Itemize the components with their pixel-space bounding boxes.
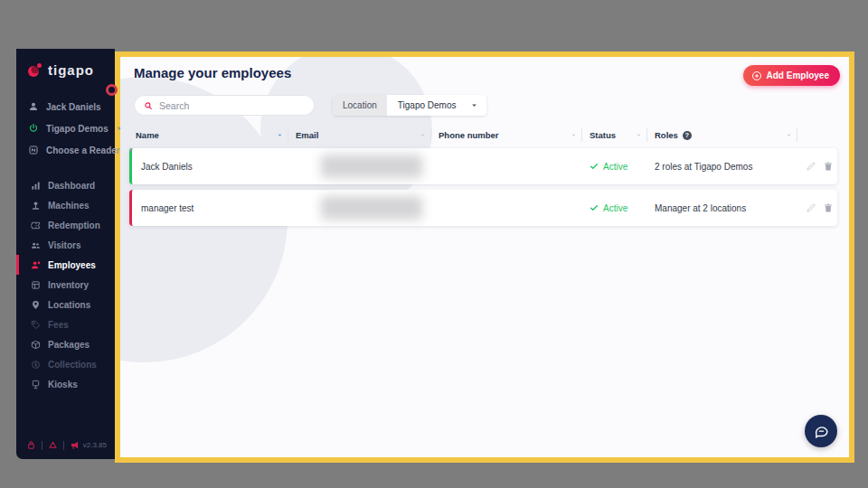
sidebar-item-dashboard[interactable]: Dashboard bbox=[16, 175, 115, 195]
sidebar-item-label: Visitors bbox=[48, 240, 81, 250]
sort-caret-icon bbox=[786, 132, 792, 138]
sidebar-item-fees: Fees bbox=[16, 314, 115, 334]
annotation-ring bbox=[106, 84, 118, 96]
sidebar-item-visitors[interactable]: Visitors bbox=[16, 235, 115, 255]
sidebar-item-label: Fees bbox=[48, 320, 69, 330]
status-badge: Active bbox=[603, 203, 627, 213]
edit-icon[interactable] bbox=[806, 202, 816, 213]
page-header: Manage your employees Add Employee bbox=[120, 57, 849, 86]
redacted-email bbox=[321, 155, 422, 178]
table-row-jack-daniels[interactable]: Jack DanielsActive2 roles at Tigapo Demo… bbox=[129, 148, 837, 184]
app-version: v2.3.85 bbox=[83, 441, 107, 449]
cell-email bbox=[288, 196, 431, 220]
sidebar-item-label: Redemption bbox=[48, 221, 100, 230]
sidebar-item-label: Inventory bbox=[48, 280, 89, 290]
user-avatar-icon bbox=[28, 101, 39, 112]
cell-status: Active bbox=[582, 203, 647, 213]
cell-name: manager test bbox=[132, 203, 288, 213]
sidebar-item-packages[interactable]: Packages bbox=[16, 334, 115, 354]
redemption-icon bbox=[31, 221, 41, 230]
divider bbox=[63, 441, 64, 450]
sidebar-item-employees[interactable]: Employees bbox=[16, 255, 115, 275]
megaphone-icon[interactable] bbox=[70, 440, 80, 450]
content-window: Manage your employees Add Employee Locat… bbox=[115, 52, 854, 463]
add-employee-button[interactable]: Add Employee bbox=[743, 65, 840, 86]
sidebar: tigapo Jack DanielsTigapo DemosChoose a … bbox=[16, 49, 115, 459]
column-header-roles[interactable]: Roles? bbox=[647, 128, 797, 142]
sidebar-item-label: Locations bbox=[48, 300, 90, 310]
lock-icon[interactable] bbox=[26, 440, 36, 450]
account-item-label: Choose a Reader bbox=[46, 145, 120, 155]
column-header-label: Status bbox=[590, 130, 616, 140]
sidebar-account-jack-daniels[interactable]: Jack Daniels bbox=[16, 96, 115, 117]
sidebar-item-kiosks[interactable]: Kiosks bbox=[16, 374, 115, 394]
sidebar-account-choose-a-reader[interactable]: Choose a Reader bbox=[16, 139, 115, 161]
visitors-icon bbox=[31, 240, 41, 250]
cell-actions bbox=[797, 202, 837, 213]
trash-icon[interactable] bbox=[823, 161, 834, 172]
check-icon bbox=[590, 162, 599, 171]
sort-caret-icon bbox=[636, 132, 642, 138]
help-icon[interactable]: ? bbox=[683, 131, 692, 140]
chat-fab[interactable] bbox=[805, 415, 837, 447]
edit-icon[interactable] bbox=[806, 161, 816, 172]
sidebar-account-tigapo-demos[interactable]: Tigapo Demos bbox=[16, 117, 115, 139]
sidebar-item-machines[interactable]: Machines bbox=[16, 195, 115, 215]
table-header-row: NameEmailPhone numberStatusRoles? bbox=[129, 124, 837, 146]
trash-icon[interactable] bbox=[823, 202, 834, 213]
sidebar-item-label: Kiosks bbox=[48, 380, 78, 389]
sort-caret-icon bbox=[571, 132, 577, 138]
status-badge: Active bbox=[603, 162, 627, 172]
collections-icon bbox=[31, 360, 41, 370]
column-header-email[interactable]: Email bbox=[288, 128, 431, 142]
column-header-label: Phone number bbox=[439, 130, 499, 140]
sidebar-item-label: Machines bbox=[48, 201, 90, 211]
nfc-reader-icon bbox=[28, 145, 39, 155]
search-input[interactable] bbox=[159, 100, 305, 111]
chevron-right-icon bbox=[127, 146, 135, 154]
machines-icon bbox=[31, 201, 41, 211]
sidebar-account-section: Jack DanielsTigapo DemosChoose a Reader bbox=[16, 96, 115, 161]
location-filter-value: Tigapo Demos bbox=[387, 100, 464, 110]
kiosks-icon bbox=[31, 380, 41, 389]
add-employee-label: Add Employee bbox=[767, 70, 829, 80]
dashboard-icon bbox=[31, 181, 41, 191]
column-header-phone[interactable]: Phone number bbox=[431, 128, 582, 142]
sidebar-menu: DashboardMachinesRedemptionVisitorsEmplo… bbox=[16, 175, 115, 394]
location-filter-label: Location bbox=[333, 95, 387, 116]
cell-name: Jack Daniels bbox=[132, 162, 288, 172]
sidebar-item-label: Packages bbox=[48, 340, 90, 350]
employees-icon bbox=[31, 260, 41, 270]
column-header-label: Roles bbox=[655, 130, 678, 140]
app-logo[interactable]: tigapo bbox=[16, 49, 115, 96]
toolbar: Location Tigapo Demos bbox=[134, 95, 849, 116]
check-icon bbox=[590, 203, 599, 212]
locations-icon bbox=[31, 300, 41, 310]
redacted-email bbox=[321, 196, 422, 220]
divider bbox=[42, 441, 42, 450]
tigapo-logo-icon bbox=[28, 63, 42, 77]
sidebar-footer-icons bbox=[26, 440, 80, 450]
recycle-icon[interactable] bbox=[48, 440, 58, 450]
search-box[interactable] bbox=[134, 95, 315, 116]
column-header-status[interactable]: Status bbox=[582, 128, 647, 142]
sidebar-item-collections: Collections bbox=[16, 354, 115, 374]
table-body: Jack DanielsActive2 roles at Tigapo Demo… bbox=[129, 148, 837, 226]
search-icon bbox=[144, 101, 153, 110]
table-row-manager-test[interactable]: manager testActiveManager at 2 locations bbox=[129, 190, 837, 226]
account-item-label: Jack Daniels bbox=[46, 102, 101, 112]
inventory-icon bbox=[31, 280, 41, 290]
sidebar-item-locations[interactable]: Locations bbox=[16, 295, 115, 314]
sort-caret-icon bbox=[277, 132, 283, 138]
power-icon bbox=[28, 123, 39, 134]
sidebar-item-label: Employees bbox=[48, 260, 96, 270]
chat-bubble-icon bbox=[814, 424, 829, 439]
sidebar-item-redemption[interactable]: Redemption bbox=[16, 215, 115, 235]
column-header-actions bbox=[797, 128, 837, 142]
sidebar-item-inventory[interactable]: Inventory bbox=[16, 275, 115, 295]
column-header-label: Name bbox=[136, 130, 159, 140]
column-header-name[interactable]: Name bbox=[129, 128, 288, 142]
logo-text: tigapo bbox=[48, 62, 94, 78]
location-filter[interactable]: Location Tigapo Demos bbox=[333, 95, 486, 116]
column-header-label: Email bbox=[296, 130, 318, 140]
